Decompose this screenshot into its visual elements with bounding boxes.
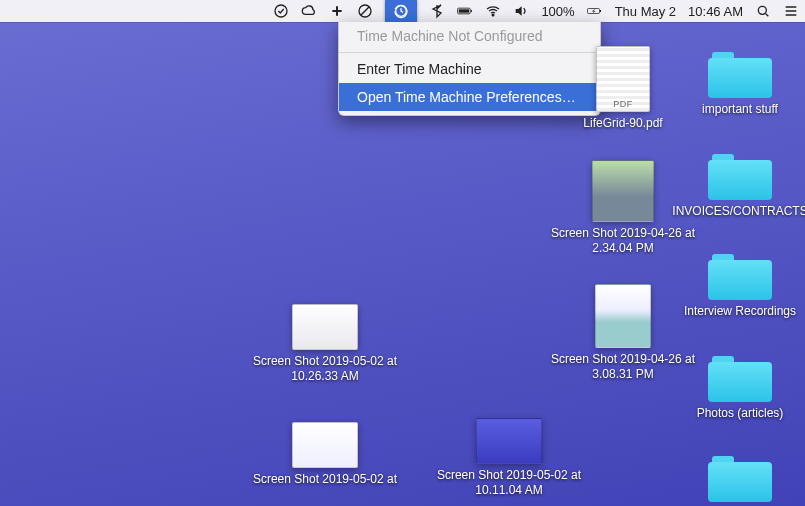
- pdf-badge: PDF: [597, 99, 649, 109]
- volume-icon[interactable]: [513, 0, 529, 22]
- menubar-time[interactable]: 10:46 AM: [688, 0, 743, 22]
- folder-icon: [708, 456, 772, 502]
- svg-point-9: [758, 6, 766, 14]
- icon-label: Screen Shot 2019-05-02 at: [253, 472, 397, 487]
- icon-label: Screen Shot 2019-04-26 at 2.34.04 PM: [548, 226, 698, 256]
- battery-icon[interactable]: [457, 0, 473, 22]
- icon-label: important stuff: [702, 102, 778, 117]
- svg-rect-8: [600, 10, 601, 12]
- menubar: 100% Thu May 2 10:46 AM: [0, 0, 805, 22]
- svg-rect-5: [471, 10, 472, 12]
- image-icon: [595, 284, 651, 348]
- bluetooth-icon[interactable]: [429, 0, 445, 22]
- image-icon: [292, 422, 358, 468]
- plus-icon[interactable]: [329, 0, 345, 22]
- icon-label: Photos (articles): [697, 406, 784, 421]
- image-icon: [592, 160, 654, 222]
- folder-icon: [708, 356, 772, 402]
- image-icon: [292, 304, 358, 350]
- creative-cloud-icon[interactable]: [301, 0, 317, 22]
- file-lifegrid-pdf[interactable]: PDF LifeGrid-90.pdf: [548, 46, 698, 131]
- file-screenshot-3[interactable]: Screen Shot 2019-05-02 at 10.26.33 AM: [250, 304, 400, 384]
- folder-icon: [708, 254, 772, 300]
- checkmark-icon[interactable]: [273, 0, 289, 22]
- svg-point-0: [275, 5, 287, 17]
- folder-bottom[interactable]: [665, 456, 805, 502]
- image-icon: [476, 418, 542, 464]
- icon-label: Screen Shot 2019-04-26 at 3.08.31 PM: [548, 352, 698, 382]
- notification-center-icon[interactable]: [783, 0, 799, 22]
- icon-label: Interview Recordings: [684, 304, 796, 319]
- spotlight-icon[interactable]: [755, 0, 771, 22]
- icon-label: LifeGrid-90.pdf: [583, 116, 662, 131]
- folder-icon: [708, 154, 772, 200]
- icon-label: Screen Shot 2019-05-02 at 10.26.33 AM: [250, 354, 400, 384]
- svg-point-6: [493, 14, 495, 16]
- file-screenshot-2[interactable]: Screen Shot 2019-04-26 at 3.08.31 PM: [548, 284, 698, 382]
- battery-charging-icon[interactable]: [587, 0, 603, 22]
- wifi-icon[interactable]: [485, 0, 501, 22]
- file-screenshot-4[interactable]: Screen Shot 2019-05-02 at 10.11.04 AM: [434, 418, 584, 498]
- do-not-disturb-icon[interactable]: [357, 0, 373, 22]
- file-screenshot-5[interactable]: Screen Shot 2019-05-02 at: [250, 422, 400, 487]
- battery-percent: 100%: [541, 0, 574, 22]
- svg-rect-4: [459, 9, 469, 12]
- desktop[interactable]: important stuff INVOICES/CONTRACTS Inter…: [0, 22, 805, 506]
- icon-label: Screen Shot 2019-05-02 at 10.11.04 AM: [434, 468, 584, 498]
- folder-icon: [708, 52, 772, 98]
- menubar-date[interactable]: Thu May 2: [615, 0, 676, 22]
- time-machine-menu[interactable]: [385, 0, 417, 22]
- pdf-icon: PDF: [596, 46, 650, 112]
- file-screenshot-1[interactable]: Screen Shot 2019-04-26 at 2.34.04 PM: [548, 160, 698, 256]
